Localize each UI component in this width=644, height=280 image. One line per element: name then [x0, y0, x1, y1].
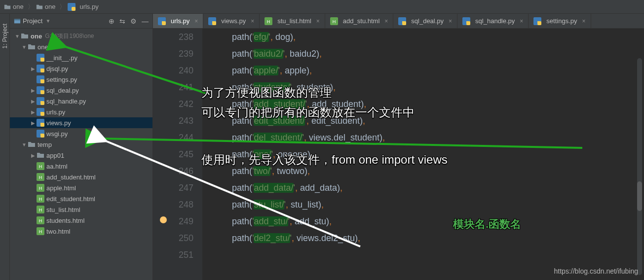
close-icon[interactable]: × — [582, 18, 586, 25]
tree-item[interactable]: Happle.html — [10, 182, 152, 193]
gear-icon[interactable]: ⚙ — [130, 17, 137, 25]
editor-tab[interactable]: settings.py× — [529, 14, 591, 28]
folder-icon — [36, 3, 43, 10]
html-file-icon: H — [37, 162, 44, 170]
py-file-icon — [37, 130, 44, 138]
tab-label: stu_list.html — [277, 17, 311, 25]
tab-label: sql_deal.py — [411, 17, 444, 25]
hide-icon[interactable]: — — [142, 17, 149, 25]
code-line[interactable]: path('add_stu/', add_stu), — [212, 213, 644, 230]
code-line[interactable]: path('add_data/', add_data), — [212, 179, 644, 196]
py-file-icon — [462, 17, 470, 25]
watermark: https://blog.csdn.net/ifubing — [554, 267, 638, 275]
breadcrumb-label: one — [13, 3, 24, 10]
close-icon[interactable]: × — [520, 18, 523, 25]
breadcrumb-item[interactable]: one — [4, 3, 24, 10]
html-file-icon: H — [330, 17, 338, 25]
editor-tab[interactable]: Hstu_list.html× — [260, 14, 325, 28]
tree-item[interactable]: Htwo.html — [10, 226, 152, 237]
line-number: 243 — [153, 112, 193, 129]
breadcrumb-label: urls.py — [79, 3, 98, 10]
tree-item[interactable]: __init__.py — [10, 52, 152, 63]
code-line[interactable]: path('apple/', apple), — [212, 62, 644, 79]
tree-item[interactable]: ▶sql_handle.py — [10, 96, 152, 106]
editor-tab[interactable]: sql_handle.py× — [457, 14, 529, 28]
tree-item[interactable]: settings.py — [10, 74, 152, 85]
scrollbar[interactable] — [637, 58, 642, 275]
project-tree[interactable]: ▼oneG:\dj项目1908\one▼one__init__.py▶djsql… — [10, 29, 152, 280]
bulb-icon[interactable] — [160, 216, 167, 223]
caret-down-icon: ▼ — [45, 18, 50, 24]
tree-item[interactable]: ▼temp — [10, 139, 152, 150]
tree-item[interactable]: ▶urls.py — [10, 106, 152, 117]
editor-tab[interactable]: urls.py× — [153, 14, 203, 28]
project-icon — [14, 18, 21, 25]
tree-item[interactable]: wsgi.py — [10, 128, 152, 139]
editor-tab[interactable]: Hadd_stu.html× — [325, 14, 393, 28]
close-icon[interactable]: × — [384, 18, 388, 25]
html-file-icon: H — [37, 206, 44, 213]
code-area[interactable]: 2382392402412422432442452462472482492502… — [153, 29, 644, 280]
line-number: 241 — [153, 79, 193, 96]
line-number: 244 — [153, 129, 193, 146]
dir-file-icon — [28, 43, 36, 51]
code-line[interactable]: path('efg/', dog), — [212, 29, 644, 45]
py-file-icon — [37, 119, 44, 127]
tab-label: sql_handle.py — [475, 17, 515, 25]
tree-item[interactable]: Haa.html — [10, 161, 152, 172]
code-line[interactable]: path('del_student/', views.del_student), — [212, 129, 644, 146]
code-line[interactable]: path('edit_student/', edit_student), — [212, 112, 644, 129]
tree-item[interactable]: Hedit_student.html — [10, 193, 152, 204]
editor-tab[interactable]: views.py× — [203, 14, 260, 28]
py-file-icon — [158, 17, 166, 25]
code-line[interactable]: path('add_student/', add_student), — [212, 96, 644, 112]
tree-item[interactable]: ▶app01 — [10, 150, 152, 161]
code-line[interactable]: path('stu_list/', stu_list), — [212, 196, 644, 213]
breadcrumb-item[interactable]: one — [36, 3, 56, 10]
line-number: 249 — [153, 213, 193, 230]
breadcrumb-item[interactable]: urls.py — [68, 3, 98, 11]
tree-item[interactable]: ▶djsql.py — [10, 63, 152, 74]
code-line[interactable]: path('baidu2/', baidu2), — [212, 45, 644, 62]
locate-icon[interactable]: ⊕ — [109, 17, 114, 25]
close-icon[interactable]: × — [194, 18, 198, 25]
code-line[interactable] — [212, 246, 644, 263]
project-panel: Project ▼ ⊕ ⇆ ⚙ — ▼oneG:\dj项目1908\one▼on… — [10, 14, 153, 280]
py-file-icon — [37, 75, 44, 83]
tool-window-tab-project[interactable]: 1: Project — [0, 14, 10, 280]
py-file-icon — [533, 17, 541, 25]
breadcrumb: one 〉 one 〉 urls.py — [0, 0, 644, 14]
code-line[interactable]: path('two/', twotwo), — [212, 163, 644, 179]
folder-icon — [4, 3, 11, 10]
tab-label: urls.py — [171, 17, 189, 25]
close-icon[interactable]: × — [316, 18, 320, 25]
tree-item[interactable]: ▼one — [10, 41, 152, 52]
python-file-icon — [68, 3, 76, 11]
close-icon[interactable]: × — [449, 18, 452, 25]
folder-icon — [21, 32, 29, 40]
gutter: 2382392402412422432442452462472482492502… — [153, 29, 202, 280]
tree-item[interactable]: ▶views.py — [10, 117, 152, 128]
svg-text:H: H — [39, 186, 42, 191]
code-line[interactable]: path('del2_stu/', views.del2_stu), — [212, 230, 644, 246]
tree-root[interactable]: ▼oneG:\dj项目1908\one — [10, 31, 152, 41]
chevron-right-icon: 〉 — [59, 2, 66, 11]
code-content[interactable]: path('efg/', dog), path('baidu2/', baidu… — [202, 29, 644, 280]
tree-item[interactable]: Hstu_list.html — [10, 204, 152, 215]
tree-item[interactable]: Hadd_student.html — [10, 172, 152, 182]
line-number: 238 — [153, 29, 193, 45]
code-line[interactable]: path('students/', students), — [212, 79, 644, 96]
project-panel-title[interactable]: Project ▼ — [14, 17, 109, 25]
close-icon[interactable]: × — [251, 18, 254, 25]
line-number: 245 — [153, 146, 193, 163]
py-file-icon — [208, 17, 216, 25]
tree-item[interactable]: ▶sql_deal.py — [10, 85, 152, 96]
chevron-right-icon: 〉 — [28, 2, 34, 11]
scrollbar-thumb[interactable] — [637, 181, 642, 211]
tree-item[interactable]: Hstudents.html — [10, 215, 152, 226]
line-number: 248 — [153, 196, 193, 213]
editor-tab[interactable]: sql_deal.py× — [393, 14, 457, 28]
code-line[interactable]: path('one/', oneone), — [212, 146, 644, 163]
line-number: 242 — [153, 96, 193, 112]
collapse-icon[interactable]: ⇆ — [119, 17, 125, 25]
